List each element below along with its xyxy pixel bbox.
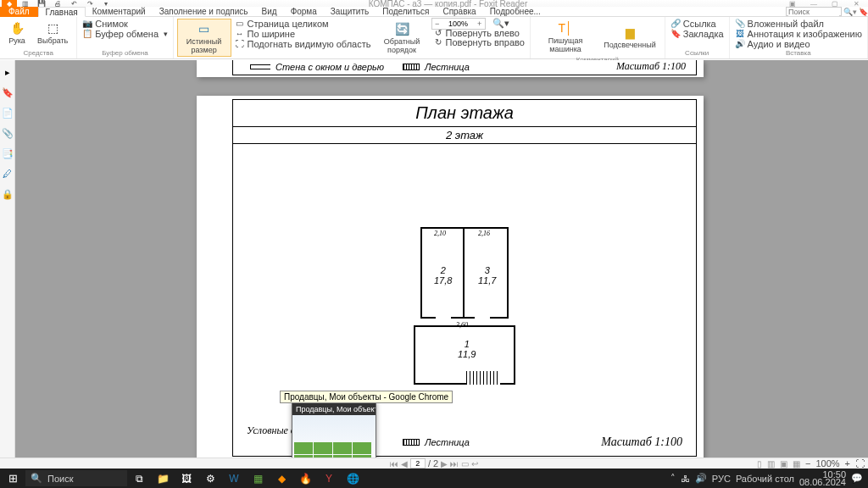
- highlight-button[interactable]: ▆Подсвеченный: [598, 19, 661, 55]
- maximize-button[interactable]: ▢: [825, 0, 845, 7]
- task-view-button[interactable]: ⧉: [127, 469, 151, 488]
- last-page-button[interactable]: ⏭: [450, 459, 459, 469]
- search-input[interactable]: [788, 8, 839, 16]
- hand-tool[interactable]: ✋Рука: [3, 19, 31, 47]
- next-page-button[interactable]: ▶: [441, 459, 448, 469]
- search-bookmark-icon[interactable]: 🔖: [859, 8, 868, 16]
- tray-lang[interactable]: РУС: [712, 474, 731, 484]
- group-insert-label: Вставка: [733, 49, 864, 57]
- tab-form[interactable]: Форма: [284, 7, 324, 17]
- view-continuous-icon[interactable]: ▥: [767, 459, 775, 469]
- status-zoom-in[interactable]: +: [845, 458, 850, 469]
- tray-volume-icon[interactable]: 🔊: [695, 473, 707, 484]
- start-button[interactable]: ⊞: [0, 469, 25, 488]
- typewriter-button[interactable]: T│Пишущая машинка: [534, 19, 597, 55]
- tray-clock[interactable]: 10:5008.06.2024: [799, 471, 846, 486]
- task-photo[interactable]: 🖼: [175, 469, 198, 488]
- fit-visible[interactable]: ⛶Подогнать видимую область: [233, 39, 373, 48]
- group-clipboard-label: Буфер обмена: [81, 49, 169, 57]
- minimize-button[interactable]: —: [804, 0, 824, 7]
- link-button[interactable]: 🔗Ссылка: [669, 19, 726, 28]
- windows-taskbar: ⊞ 🔍 Поиск ⧉ 📁 🖼 ⚙ W ▦ ◆ 🔥 Y 🌐 ˄ 🖧 🔊 РУС …: [0, 469, 868, 488]
- floor-plan-drawing: 217,8 311,7 111,9 2,10 2,16 3,60: [414, 227, 515, 388]
- tab-home[interactable]: Главная: [38, 7, 86, 17]
- zoom-in-button[interactable]: +: [475, 19, 485, 28]
- pages-panel-icon[interactable]: 📄: [2, 107, 14, 119]
- tray-up-icon[interactable]: ˄: [670, 473, 676, 484]
- ribbon-collapse-icon[interactable]: ▣: [782, 0, 803, 7]
- tray-notifications-icon[interactable]: 💬: [851, 473, 863, 484]
- task-word[interactable]: W: [222, 469, 246, 488]
- task-foxit[interactable]: ◆: [270, 469, 293, 488]
- legend-stairs: Лестница: [425, 437, 470, 447]
- navigation-sidebar: ▸ 🔖 📄 📎 📑 🖊 🔒: [0, 60, 15, 458]
- plan-subtitle: 2 этаж: [233, 126, 696, 143]
- bookmarks-panel-icon[interactable]: 🔖: [2, 86, 14, 98]
- comments-panel-icon[interactable]: 🖊: [2, 168, 14, 180]
- close-button[interactable]: ✕: [846, 0, 866, 7]
- status-zoom-out[interactable]: −: [805, 458, 810, 469]
- rotate-right-button[interactable]: ↻Повернуть вправо: [431, 37, 526, 47]
- task-yandex[interactable]: Y: [317, 469, 341, 488]
- task-calc[interactable]: ▦: [246, 469, 270, 488]
- tab-comment[interactable]: Комментарий: [86, 7, 153, 17]
- tab-view[interactable]: Вид: [255, 7, 284, 17]
- view-cont-facing-icon[interactable]: ▦: [793, 459, 800, 469]
- document-viewport[interactable]: C 21 Стена с окном и дверью Лестница Мас…: [15, 60, 868, 458]
- search-box[interactable]: [786, 7, 842, 16]
- group-links-label: Ссылки: [669, 49, 726, 57]
- tray-desktop-label[interactable]: Рабочий стол: [736, 474, 794, 484]
- group-tools-label: Средства: [3, 49, 73, 57]
- view-facing-icon[interactable]: ▣: [780, 459, 787, 469]
- attachments-panel-icon[interactable]: 📎: [2, 127, 14, 139]
- task-settings[interactable]: ⚙: [198, 469, 222, 488]
- sidebar-expand-icon[interactable]: ▸: [5, 67, 10, 78]
- reflow-button[interactable]: ↩: [471, 459, 478, 469]
- clipboard-button[interactable]: 📋Буфер обмена ▾: [81, 29, 169, 38]
- by-width[interactable]: ↔По ширине: [233, 29, 373, 38]
- search-next-icon[interactable]: 🔍▾: [843, 8, 857, 16]
- security-panel-icon[interactable]: 🔒: [2, 188, 14, 200]
- first-page-button[interactable]: ⏮: [390, 459, 398, 469]
- status-zoom-value: 100%: [815, 458, 839, 469]
- page-input[interactable]: [410, 458, 426, 469]
- reverse-order-button[interactable]: 🔄Обратный порядок: [374, 19, 429, 57]
- bookmark-button[interactable]: 🔖Закладка: [669, 29, 726, 38]
- rotate-left-button[interactable]: ↺Повернуть влево: [431, 28, 526, 37]
- audio-video-button[interactable]: 🔊Аудио и видео: [733, 39, 864, 48]
- page-total: / 2: [428, 458, 438, 469]
- taskbar-tooltip: Продавцы, Мои объекты - Google Chrome: [280, 391, 453, 403]
- status-bar: ⏮ ◀ / 2 ▶ ⏭ ▭ ↩ ▯ ▥ ▣ ▦ − 100% + ⛶: [0, 458, 868, 469]
- select-tool[interactable]: ⬚Выбрать: [32, 19, 73, 47]
- prev-page-button[interactable]: ◀: [401, 459, 408, 469]
- tray-network-icon[interactable]: 🖧: [681, 474, 690, 484]
- task-chrome[interactable]: 🌐: [341, 469, 364, 488]
- tab-share[interactable]: Поделиться: [376, 7, 436, 17]
- file-tab[interactable]: Файл: [0, 7, 38, 17]
- layers-panel-icon[interactable]: 📑: [2, 147, 14, 159]
- reading-mode-button[interactable]: ▭: [461, 459, 469, 469]
- scale-label: Масштаб 1:100: [601, 435, 682, 449]
- attach-button[interactable]: 📎Вложенный файл: [733, 19, 864, 28]
- task-explorer[interactable]: 📁: [151, 469, 175, 488]
- taskbar-preview[interactable]: Продавцы, Мои объекты - ...: [292, 402, 376, 458]
- tab-help[interactable]: Справка: [436, 7, 482, 17]
- plan-title: План этажа: [233, 100, 696, 126]
- view-single-icon[interactable]: ▯: [757, 459, 762, 469]
- task-firefox[interactable]: 🔥: [293, 469, 317, 488]
- zoom-input[interactable]: [442, 19, 475, 28]
- fullscreen-button[interactable]: ⛶: [855, 458, 865, 469]
- actual-size-button[interactable]: ▭Истинный размер: [177, 19, 231, 57]
- snapshot-button[interactable]: 📷Снимок: [81, 19, 169, 28]
- tab-protect[interactable]: Защитить: [324, 7, 376, 17]
- tab-more[interactable]: Подробнее...: [483, 7, 548, 17]
- zoom-out-button[interactable]: −: [432, 19, 442, 28]
- page-whole[interactable]: ▭Страница целиком: [233, 19, 373, 28]
- image-annot-button[interactable]: 🖼Аннотация к изображению: [733, 29, 864, 38]
- taskbar-search[interactable]: 🔍 Поиск: [25, 470, 127, 486]
- page-1-bottom: Стена с окном и дверью Лестница Масштаб …: [197, 60, 704, 77]
- tab-fill[interactable]: Заполнение и подпись: [153, 7, 255, 17]
